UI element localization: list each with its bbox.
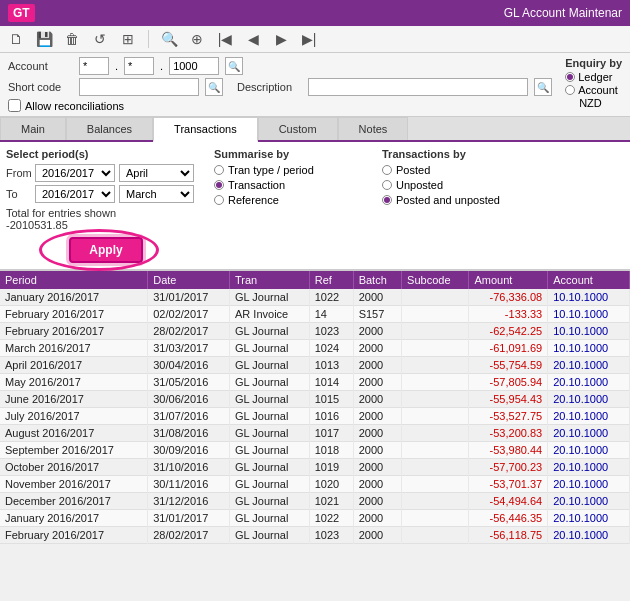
table-row[interactable]: April 2016/201730/04/2016GL Journal10132… [0, 357, 630, 374]
table-row[interactable]: November 2016/201730/11/2016GL Journal10… [0, 476, 630, 493]
delete-icon[interactable]: 🗑 [62, 29, 82, 49]
tran-type-period-option[interactable]: Tran type / period [214, 164, 374, 176]
cell-2-0: February 2016/2017 [0, 323, 148, 340]
tab-custom[interactable]: Custom [258, 117, 338, 140]
transaction-option[interactable]: Transaction [214, 179, 374, 191]
table-row[interactable]: December 2016/201731/12/2016GL Journal10… [0, 493, 630, 510]
shortcode-input[interactable] [79, 78, 199, 96]
tab-transactions[interactable]: Transactions [153, 117, 258, 142]
save-icon[interactable]: 💾 [34, 29, 54, 49]
to-year-select[interactable]: 2016/2017 [35, 185, 115, 203]
table-row[interactable]: January 2016/201731/01/2017GL Journal102… [0, 510, 630, 527]
shortcode-search-button[interactable]: 🔍 [205, 78, 223, 96]
from-year-select[interactable]: 2016/2017 [35, 164, 115, 182]
from-month-select[interactable]: April [119, 164, 194, 182]
cell-6-3: 1015 [309, 391, 353, 408]
cell-10-5 [402, 459, 469, 476]
apply-button[interactable]: Apply [69, 237, 142, 263]
posted-option[interactable]: Posted [382, 164, 542, 176]
table-row[interactable]: May 2016/201731/05/2016GL Journal1014200… [0, 374, 630, 391]
window-title: GL Account Maintenar [504, 6, 622, 20]
tab-main[interactable]: Main [0, 117, 66, 140]
transactions-by-panel: Transactions by Posted Unposted Posted a… [382, 148, 542, 263]
cell-4-5 [402, 357, 469, 374]
description-label: Description [237, 81, 302, 93]
new-icon[interactable]: 🗋 [6, 29, 26, 49]
tran-type-period-radio[interactable] [214, 165, 224, 175]
account-field-1[interactable] [79, 57, 109, 75]
account-radio-row[interactable]: Account [565, 84, 622, 96]
table-row[interactable]: February 2016/201702/02/2017AR Invoice14… [0, 306, 630, 323]
table-row[interactable]: March 2016/201731/03/2017GL Journal10242… [0, 340, 630, 357]
table-row[interactable]: July 2016/201731/07/2016GL Journal101620… [0, 408, 630, 425]
table-row[interactable]: June 2016/201730/06/2016GL Journal101520… [0, 391, 630, 408]
cell-4-0: April 2016/2017 [0, 357, 148, 374]
prev-icon[interactable]: ◀ [243, 29, 263, 49]
cell-12-1: 31/12/2016 [148, 493, 230, 510]
cell-6-2: GL Journal [230, 391, 310, 408]
toolbar: 🗋 💾 🗑 ↺ ⊞ 🔍 ⊕ |◀ ◀ ▶ ▶| [0, 26, 630, 53]
table-row[interactable]: February 2016/201728/02/2017GL Journal10… [0, 527, 630, 544]
ledger-radio-row[interactable]: Ledger [565, 71, 622, 83]
separator-dot2: . [160, 60, 163, 72]
cell-11-2: GL Journal [230, 476, 310, 493]
cell-9-1: 30/09/2016 [148, 442, 230, 459]
table-row[interactable]: September 2016/201730/09/2016GL Journal1… [0, 442, 630, 459]
cell-1-5 [402, 306, 469, 323]
to-month-select[interactable]: March [119, 185, 194, 203]
transaction-radio[interactable] [214, 180, 224, 190]
tab-balances[interactable]: Balances [66, 117, 153, 140]
posted-and-unposted-option[interactable]: Posted and unposted [382, 194, 542, 206]
last-icon[interactable]: ▶| [299, 29, 319, 49]
cell-4-4: 2000 [353, 357, 401, 374]
cell-13-6: -56,446.35 [469, 510, 548, 527]
unposted-option[interactable]: Unposted [382, 179, 542, 191]
posted-and-unposted-label: Posted and unposted [396, 194, 500, 206]
posted-radio[interactable] [382, 165, 392, 175]
cell-12-0: December 2016/2017 [0, 493, 148, 510]
account-field-3[interactable] [169, 57, 219, 75]
reference-radio[interactable] [214, 195, 224, 205]
table-row[interactable]: January 2016/201731/01/2017GL Journal102… [0, 289, 630, 306]
col-tran: Tran [230, 271, 310, 289]
allow-recon-checkbox[interactable] [8, 99, 21, 112]
cell-3-3: 1024 [309, 340, 353, 357]
account-field-2[interactable] [124, 57, 154, 75]
separator [148, 30, 149, 48]
table-row[interactable]: October 2016/201731/10/2016GL Journal101… [0, 459, 630, 476]
table-row[interactable]: August 2016/201731/08/2016GL Journal1017… [0, 425, 630, 442]
search1-icon[interactable]: 🔍 [159, 29, 179, 49]
cell-14-1: 28/02/2017 [148, 527, 230, 544]
reference-option[interactable]: Reference [214, 194, 374, 206]
account-radio[interactable] [565, 85, 575, 95]
cell-8-1: 31/08/2016 [148, 425, 230, 442]
table-row[interactable]: February 2016/201728/02/2017GL Journal10… [0, 323, 630, 340]
search2-icon[interactable]: ⊕ [187, 29, 207, 49]
tab-notes[interactable]: Notes [338, 117, 409, 140]
to-label: To [6, 188, 31, 200]
ledger-radio[interactable] [565, 72, 575, 82]
total-label: Total for entries shown [6, 207, 206, 219]
cell-4-1: 30/04/2016 [148, 357, 230, 374]
shortcode-label: Short code [8, 81, 73, 93]
cell-0-1: 31/01/2017 [148, 289, 230, 306]
unposted-radio[interactable] [382, 180, 392, 190]
next-icon[interactable]: ▶ [271, 29, 291, 49]
first-icon[interactable]: |◀ [215, 29, 235, 49]
description-search-button[interactable]: 🔍 [534, 78, 552, 96]
posted-and-unposted-radio[interactable] [382, 195, 392, 205]
description-input[interactable] [308, 78, 528, 96]
cell-14-3: 1023 [309, 527, 353, 544]
account-search-button[interactable]: 🔍 [225, 57, 243, 75]
cell-12-4: 2000 [353, 493, 401, 510]
transactions-table: Period Date Tran Ref Batch Subcode Amoun… [0, 271, 630, 544]
split-icon[interactable]: ⊞ [118, 29, 138, 49]
cell-7-7: 20.10.1000 [548, 408, 630, 425]
cell-11-0: November 2016/2017 [0, 476, 148, 493]
cell-2-4: 2000 [353, 323, 401, 340]
cell-0-4: 2000 [353, 289, 401, 306]
transactions-table-container: Period Date Tran Ref Batch Subcode Amoun… [0, 270, 630, 601]
refresh-icon[interactable]: ↺ [90, 29, 110, 49]
account-row: Account . . 🔍 [8, 57, 622, 75]
cell-13-2: GL Journal [230, 510, 310, 527]
